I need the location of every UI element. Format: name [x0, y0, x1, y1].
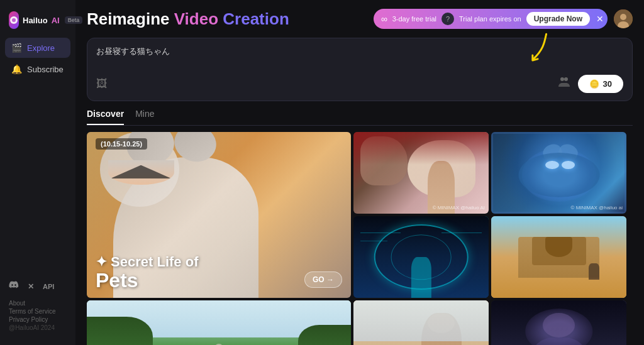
- prompt-area: お昼寝する猫ちゃん 🖼 🪙 30: [87, 38, 633, 101]
- generate-cost: 30: [603, 79, 612, 89]
- pets-overlay: (10.15-10.25) ✦ Secret Life of Pets GO →: [87, 132, 351, 298]
- sidebar-nav: 🎬 Explore 🔔 Subscribe: [0, 38, 75, 274]
- trial-expires-text: Trial plan expires on: [459, 15, 521, 23]
- video-cell-desert[interactable]: [491, 216, 626, 298]
- logo-ai-text: AI: [52, 16, 60, 25]
- person-reference-icon[interactable]: [557, 75, 572, 93]
- trial-days-text: 3-day free trial: [392, 15, 436, 23]
- topbar: Reimagine Video Creation ∞ 3-day free tr…: [87, 9, 633, 29]
- video-cell-meadow[interactable]: hailuo AI • MINIMAX: [87, 300, 351, 345]
- tab-discover[interactable]: Discover: [87, 109, 124, 125]
- help-icon[interactable]: ?: [441, 13, 454, 25]
- title-plain: Reimagine: [87, 9, 170, 28]
- subscribe-icon: 🔔: [11, 64, 22, 74]
- video-cell-dragon[interactable]: © MINIMAX @hailuo AI: [353, 132, 489, 214]
- video-cell-raccoon[interactable]: © MINIMAX @hailuo ai: [491, 132, 626, 214]
- topbar-right: ∞ 3-day free trial ? Trial plan expires …: [374, 9, 633, 29]
- svg-point-5: [560, 77, 564, 81]
- infinity-icon: ∞: [381, 14, 387, 24]
- pets-top: (10.15-10.25): [96, 138, 342, 150]
- sidebar-item-explore[interactable]: 🎬 Explore: [5, 38, 70, 58]
- prompt-toolbar: 🖼 🪙 30: [96, 75, 623, 93]
- api-link[interactable]: API: [43, 283, 54, 290]
- pets-title-line1: ✦ Secret Life of: [96, 255, 198, 270]
- tab-mine[interactable]: Mine: [135, 109, 154, 125]
- video-grid: (10.15-10.25) ✦ Secret Life of Pets GO →: [87, 132, 633, 345]
- svg-point-3: [620, 14, 626, 20]
- pets-title: ✦ Secret Life of Pets: [96, 255, 198, 292]
- copyright-text: @HailuoAI 2024: [9, 324, 67, 331]
- prompt-left-icons: 🖼: [96, 77, 108, 90]
- prompt-text: お昼寝する猫ちゃん: [96, 46, 623, 57]
- terms-link[interactable]: Terms of Service: [9, 308, 67, 315]
- svg-point-1: [12, 18, 16, 22]
- image-upload-icon[interactable]: 🖼: [96, 77, 108, 90]
- explore-icon: 🎬: [11, 43, 22, 53]
- about-link[interactable]: About: [9, 300, 67, 307]
- close-trial-button[interactable]: ✕: [596, 14, 604, 24]
- video-cell-dark[interactable]: [491, 300, 626, 345]
- dragon-watermark: © MINIMAX @hailuo AI: [433, 205, 485, 211]
- sidebar-item-explore-label: Explore: [27, 43, 55, 53]
- tabs: Discover Mine: [87, 109, 633, 126]
- logo-area: Hailuo AI Beta: [0, 8, 75, 38]
- sidebar-item-subscribe-label: Subscribe: [27, 65, 64, 74]
- svg-point-6: [564, 77, 568, 81]
- pets-date: (10.15-10.25): [96, 138, 147, 150]
- twitter-icon[interactable]: ✕: [28, 282, 34, 291]
- coin-icon: 🪙: [589, 79, 599, 89]
- sidebar-links: About Terms of Service Privacy Policy @H…: [9, 300, 67, 331]
- sidebar-item-subscribe[interactable]: 🔔 Subscribe: [5, 59, 70, 79]
- pets-go-button[interactable]: GO →: [304, 271, 342, 288]
- generate-button[interactable]: 🪙 30: [578, 75, 623, 93]
- pets-go-label: GO →: [313, 275, 334, 284]
- title-pink: Video: [174, 9, 218, 28]
- page-title: Reimagine Video Creation: [87, 9, 289, 29]
- discord-icon[interactable]: [9, 280, 19, 292]
- logo-text: Hailuo: [23, 16, 48, 25]
- pets-title-line2: Pets: [96, 270, 198, 292]
- video-cell-scifi[interactable]: [353, 216, 489, 298]
- privacy-link[interactable]: Privacy Policy: [9, 316, 67, 323]
- trial-banner: ∞ 3-day free trial ? Trial plan expires …: [374, 9, 608, 29]
- title-purple: Creation: [223, 9, 289, 28]
- logo-icon: [9, 11, 19, 29]
- avatar[interactable]: [614, 9, 633, 28]
- sidebar-footer: ✕ API About Terms of Service Privacy Pol…: [0, 274, 75, 337]
- video-cell-figure[interactable]: hailuo AI • MINIMAX: [353, 300, 489, 345]
- video-cell-pets[interactable]: (10.15-10.25) ✦ Secret Life of Pets GO →: [87, 132, 351, 298]
- upgrade-button[interactable]: Upgrade Now: [526, 12, 590, 26]
- social-icons: ✕ API: [9, 280, 67, 292]
- main-content: Reimagine Video Creation ∞ 3-day free tr…: [75, 0, 644, 345]
- raccoon-watermark: © MINIMAX @hailuo ai: [571, 205, 623, 211]
- sidebar: Hailuo AI Beta 🎬 Explore 🔔 Subscribe ✕ A…: [0, 0, 75, 345]
